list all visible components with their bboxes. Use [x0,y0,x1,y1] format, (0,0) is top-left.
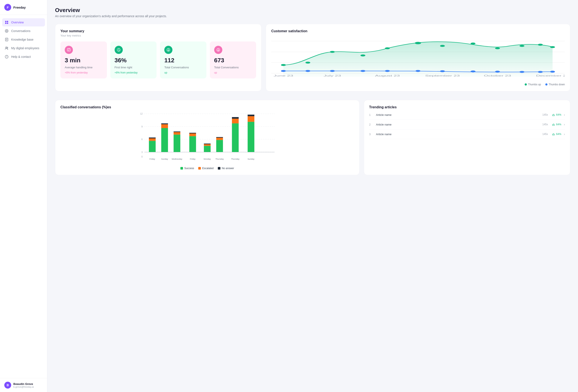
help-icon: ? [5,55,9,59]
bar-noanswer-5 [216,137,223,138]
grid-icon [5,20,9,24]
summary-subtitle: Your key metrics [60,34,256,37]
sidebar-item-help[interactable]: ? Help & contact [2,53,45,61]
chat-icon [5,29,9,33]
trending-arrow-1[interactable]: › [564,113,565,117]
bar-escalated-3 [189,133,196,136]
trending-rank-3: 3 [369,132,374,136]
sidebar-item-overview-label: Overview [11,21,24,24]
satisfaction-chart: June 23 July 23 August 23 September 23 O… [271,34,565,81]
summary-title: Your summary [60,29,256,33]
metric-change-handling: +8% from yesterday [65,71,102,74]
success-square [180,167,183,170]
metric-change-112: up [164,71,202,74]
svg-text:September 23: September 23 [425,75,460,77]
svg-rect-1 [7,21,8,22]
satisfaction-section: Customer satisfaction [266,24,570,91]
svg-point-35 [520,45,525,47]
svg-point-29 [361,55,366,56]
svg-point-36 [538,44,543,46]
svg-text:October 23: October 23 [484,75,511,77]
metric-value-first-time: 36% [115,57,152,64]
bar-success-5 [216,140,223,152]
legend-success: Success [180,167,194,170]
svg-point-40 [330,70,335,72]
trending-name-1: Article name [376,113,540,117]
trending-arrow-3[interactable]: › [564,132,565,136]
trending-count-3: 145x [542,132,548,136]
sidebar-item-help-label: Help & contact [11,55,31,58]
trending-name-2: Article name [376,123,540,126]
svg-point-33 [471,43,476,44]
svg-point-45 [471,71,476,72]
svg-text:Thursday: Thursday [231,158,240,160]
sidebar-item-digital-employees-label: My digital employees [11,46,39,50]
metric-handling-time: 3 min Average handling time +8% from yes… [60,42,107,79]
svg-point-44 [440,70,445,72]
sidebar-item-overview[interactable]: Overview [2,18,45,26]
svg-text:Thursday: Thursday [215,158,224,160]
svg-rect-0 [5,21,6,22]
metric-conversations-112: 112 Total Conversations up [160,42,206,79]
people-icon [5,46,9,50]
sidebar-item-conversations-label: Conversations [11,29,31,33]
bar-escalated-0 [149,138,155,141]
sidebar-logo: F Freeday [0,0,47,15]
sidebar-item-knowledge-base[interactable]: Knowledge base [2,36,45,44]
sidebar: F Freeday Overview [0,0,47,392]
metric-label-673: Total Conversations [214,66,252,69]
metric-change-673: up [214,71,252,74]
svg-point-32 [440,45,445,47]
svg-rect-2 [5,23,6,24]
bar-noanswer-4 [204,144,210,144]
svg-point-42 [385,70,390,72]
sidebar-item-conversations[interactable]: Conversations [2,27,45,35]
svg-point-5 [6,30,7,32]
metric-first-time-right: 36% First time right +8% from yesterday [110,42,157,79]
bar-success-3 [189,136,196,152]
legend-thumbs-up: Thumbs up [525,83,541,86]
svg-text:December 23: December 23 [536,75,565,77]
metric-icon-first-time [115,46,123,54]
bar-success-1 [161,128,168,152]
bar-chart: 12 9 6 3 0 Friday Sunday [60,113,354,164]
svg-point-37 [550,46,555,48]
thumbs-up-icon-2 [552,123,555,126]
trending-count-1: 145x [542,113,548,116]
svg-text:June 23: June 23 [274,75,293,77]
bar-noanswer-7 [248,115,254,116]
svg-text:9: 9 [141,126,143,128]
thumbs-up-icon-3 [552,132,555,136]
logo-name: Freeday [13,5,26,9]
metric-label-112: Total Conversations [164,66,202,69]
trending-arrow-2[interactable]: › [564,123,565,126]
bar-success-0 [149,141,155,152]
bar-success-4 [204,146,210,152]
svg-point-10 [5,47,7,48]
satisfaction-title: Customer satisfaction [271,29,565,33]
svg-point-27 [306,62,310,64]
sidebar-item-digital-employees[interactable]: My digital employees [2,44,45,52]
svg-text:0: 0 [141,156,143,158]
bar-escalated-2 [174,132,180,134]
thumbs-up-icon-1 [552,113,555,116]
summary-section: Your summary Your key metrics 3 min [55,24,261,91]
user-info: Beaudin Greve b.greve@freeday.ai [13,382,34,388]
metric-conversations-673: 673 Total Conversations up [210,42,256,79]
sidebar-footer: B Beaudin Greve b.greve@freeday.ai [0,378,47,392]
svg-text:6: 6 [141,138,143,140]
classified-title: Classified conversations (%)es [60,105,354,109]
user-avatar: B [4,382,11,389]
svg-text:Monday: Monday [204,158,211,160]
page-title: Overview [55,7,570,13]
escalated-square [198,167,201,170]
metrics-container: 3 min Average handling time +8% from yes… [60,42,256,79]
thumbs-down-dot [545,83,547,86]
svg-point-46 [495,71,500,73]
svg-point-38 [281,70,286,72]
metric-change-first-time: +8% from yesterday [115,71,152,74]
bar-noanswer-1 [161,123,168,124]
svg-point-43 [416,70,421,72]
user-email: b.greve@freeday.ai [13,386,34,388]
trending-rating-1: 64% [552,113,561,116]
